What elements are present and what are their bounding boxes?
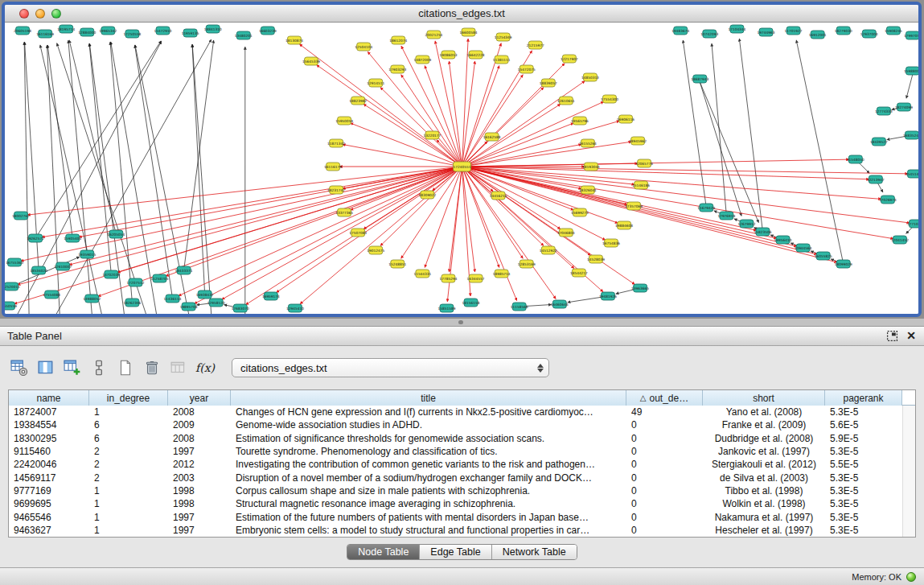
graph-node[interactable]: 19086053 [440, 51, 458, 59]
network-window-titlebar[interactable]: citations_edges.txt [5, 5, 918, 23]
graph-node[interactable]: 12937004 [860, 30, 878, 38]
graph-node[interactable]: 18439527 [870, 138, 888, 146]
function-builder-icon[interactable]: f(x) [194, 356, 216, 379]
graph-node[interactable]: 17976919 [717, 212, 735, 220]
table-row[interactable]: 1456911722003Disruption of a novel membe… [9, 471, 902, 484]
column-header-pagerank[interactable]: pagerank [825, 390, 902, 406]
table-row[interactable]: 911546021997Tourette syndrome. Phenomeno… [9, 445, 902, 458]
graph-node[interactable]: 11548050 [847, 155, 864, 163]
graph-node[interactable]: 14872009 [413, 56, 431, 64]
graph-node[interactable]: 18262306 [123, 299, 141, 307]
close-panel-icon[interactable]: ✕ [906, 330, 916, 342]
graph-node[interactable]: 12945410 [286, 304, 304, 312]
graph-node[interactable]: 16642228 [467, 51, 485, 59]
create-column-icon[interactable] [61, 356, 84, 379]
graph-node[interactable]: 19956410 [774, 236, 792, 244]
graph-node[interactable]: 15472075 [518, 65, 536, 73]
graph-node[interactable]: 15823506 [754, 228, 772, 236]
graph-node[interactable]: 19965342 [99, 27, 117, 35]
graph-node[interactable]: 12213947 [867, 175, 885, 183]
graph-node[interactable]: 17554088 [43, 290, 60, 299]
panel-splitter[interactable] [0, 319, 924, 326]
graph-node[interactable]: 10944564 [795, 244, 812, 252]
graph-node[interactable]: 14512922 [540, 246, 557, 254]
graph-node[interactable]: 13220177 [423, 131, 441, 139]
graph-node[interactable]: 17240551 [453, 162, 470, 171]
graph-node[interactable]: 16906116 [617, 115, 634, 123]
graph-node[interactable]: 16754836 [602, 239, 620, 247]
column-header-out_de[interactable]: △out_de… [626, 390, 703, 406]
graph-node[interactable]: 12504104 [355, 43, 372, 51]
graph-node[interactable]: 16938437 [196, 290, 214, 299]
graph-node[interactable]: 17997052 [904, 31, 918, 39]
tab-network-table[interactable]: Network Table [492, 545, 577, 559]
graph-node[interactable]: 19359015 [78, 250, 96, 258]
graph-node[interactable]: 12041452 [891, 236, 909, 244]
graph-node[interactable]: 15851589 [437, 304, 455, 312]
graph-node[interactable]: 19483674 [671, 27, 689, 35]
graph-node[interactable]: 12774333 [875, 107, 893, 115]
graph-node[interactable]: 18823982 [349, 97, 367, 105]
column-header-name[interactable]: name [9, 390, 89, 406]
graph-node[interactable]: 11381111 [493, 56, 511, 64]
graph-node[interactable]: 16600584 [460, 28, 478, 36]
graph-node[interactable]: 17104344 [728, 25, 745, 33]
graph-node[interactable]: 18326041 [579, 186, 597, 194]
column-header-in_degree[interactable]: in_degree [89, 390, 168, 406]
graph-node[interactable]: 12958120 [207, 299, 225, 307]
graph-node[interactable]: 15472910 [154, 27, 172, 35]
graph-node[interactable]: 13377365 [335, 208, 353, 216]
graph-node[interactable]: 16055825 [815, 252, 832, 260]
graph-node[interactable]: 17026974 [879, 196, 897, 204]
graph-node[interactable]: 17903293 [388, 65, 406, 73]
graph-node[interactable]: 16205054 [107, 230, 125, 238]
graph-node[interactable]: 16912001 [809, 31, 827, 39]
graph-node[interactable]: 19895708 [180, 303, 198, 311]
graph-node[interactable]: 19481926 [599, 292, 617, 300]
column-header-title[interactable]: title [231, 390, 626, 406]
graph-node[interactable]: 15699273 [571, 208, 589, 216]
graph-node[interactable]: 10742093 [700, 30, 718, 38]
graph-node[interactable]: 18839057 [540, 79, 557, 87]
graph-node[interactable]: 13480201 [235, 31, 253, 39]
graph-node[interactable]: 11959135 [182, 29, 199, 37]
graph-node[interactable]: 12520011 [5, 282, 20, 290]
graph-node[interactable]: 18099029 [835, 260, 852, 268]
graph-node[interactable]: 18433371 [175, 266, 193, 274]
graph-node[interactable]: 17250558 [123, 30, 141, 38]
graph-node[interactable]: 18841310 [204, 25, 222, 33]
tab-node-table[interactable]: Node Table [347, 545, 420, 559]
graph-node[interactable]: 18231747 [327, 186, 345, 194]
graph-node[interactable]: 11436114 [164, 295, 182, 303]
graph-node[interactable]: 16835249 [903, 131, 918, 139]
graph-node[interactable]: 12610007 [54, 262, 72, 270]
graph-node[interactable]: 11254349 [495, 33, 512, 41]
table-row[interactable]: 2242004622012Investigating the contribut… [9, 458, 902, 471]
graph-node[interactable]: 15645339 [302, 57, 320, 65]
graph-node[interactable]: 17683070 [232, 304, 249, 312]
minimize-window-icon[interactable] [35, 9, 45, 19]
graph-node[interactable]: 20021254 [425, 31, 442, 39]
graph-node[interactable]: 18195714 [57, 25, 75, 33]
graph-node[interactable]: 18193044 [582, 163, 600, 171]
tab-edge-table[interactable]: Edge Table [420, 545, 491, 559]
graph-node[interactable]: 17785294 [440, 274, 458, 282]
graph-node[interactable]: 15908245 [885, 27, 902, 35]
graph-node[interactable]: 15451426 [906, 170, 918, 178]
network-view[interactable]: 1819304416155264195657961261065118839057… [5, 23, 918, 314]
graph-node[interactable]: 15950059 [335, 117, 353, 125]
graph-node[interactable]: 15146186 [632, 181, 650, 189]
graph-node[interactable]: 16155264 [579, 139, 597, 147]
table-row[interactable]: 946362711997Embryonic stem cells: a mode… [9, 524, 902, 537]
graph-node[interactable]: 18156158 [462, 299, 480, 307]
new-table-icon[interactable] [114, 356, 137, 379]
graph-node[interactable]: 16116179 [324, 163, 342, 171]
graph-node[interactable]: 20605198 [14, 27, 31, 35]
graph-node[interactable]: 15988002 [904, 67, 918, 75]
graph-node[interactable]: 18612074 [389, 36, 407, 44]
graph-node[interactable]: 16460644 [551, 300, 569, 308]
graph-node[interactable]: 14528039 [587, 255, 605, 263]
table-row[interactable]: 946554611997Estimation of the future num… [9, 510, 902, 523]
graph-node[interactable]: 19262572 [27, 234, 44, 242]
graph-node[interactable]: 15248851 [388, 260, 406, 268]
